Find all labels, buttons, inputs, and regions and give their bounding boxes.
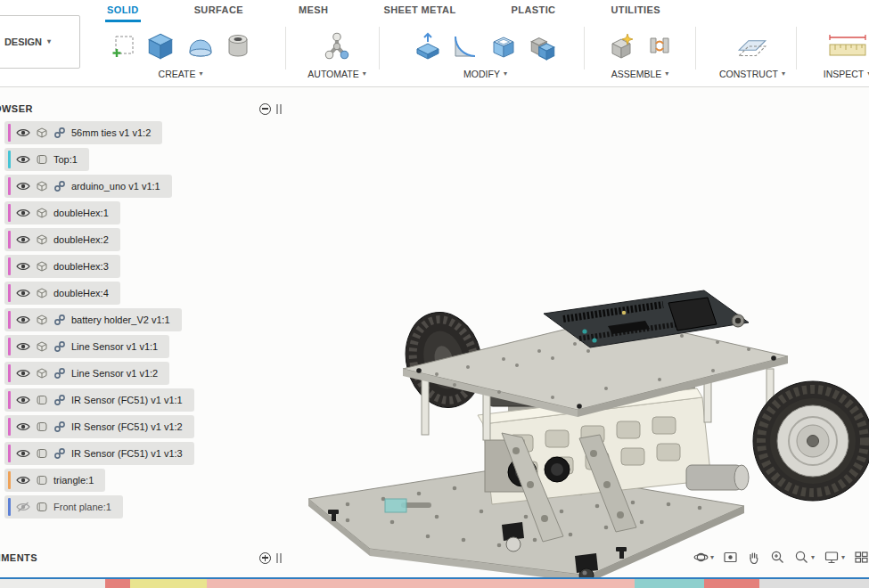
fillet-icon[interactable]	[450, 31, 480, 61]
browser-item[interactable]: triangle:1	[4, 469, 105, 492]
timeline-segment[interactable]	[207, 579, 635, 588]
joint-icon[interactable]	[644, 31, 676, 61]
toolbar-separator	[796, 27, 797, 69]
visibility-eye-icon[interactable]	[16, 154, 30, 165]
measure-icon[interactable]	[828, 32, 867, 61]
browser-item[interactable]: doubleHex:3	[4, 255, 120, 278]
component-color-bar	[8, 177, 11, 195]
construct-menu-button[interactable]: CONSTRUCT▾	[702, 69, 802, 79]
configure-icon[interactable]	[321, 30, 353, 62]
browser-item[interactable]: IR Sensor (FC51) v1 v1:3	[4, 442, 194, 465]
orbit-icon[interactable]: ▾	[693, 550, 714, 565]
modify-menu-button[interactable]: MODIFY▾	[389, 69, 581, 79]
browser-item[interactable]: doubleHex:4	[4, 282, 120, 305]
ribbon-tab[interactable]: PLASTIC	[510, 0, 558, 22]
timeline-strip[interactable]	[0, 577, 869, 588]
pan-icon[interactable]	[747, 551, 761, 565]
timeline-segment[interactable]	[635, 579, 704, 588]
zoom-icon[interactable]	[770, 550, 785, 565]
browser-item[interactable]: IR Sensor (FC51) v1 v1:2	[4, 415, 194, 438]
visibility-eye-icon[interactable]	[16, 127, 30, 138]
visibility-eye-icon[interactable]	[16, 208, 30, 218]
browser-item[interactable]: Front plane:1	[4, 495, 123, 519]
ribbon-tab[interactable]: SURFACE	[193, 0, 245, 22]
timeline-segment[interactable]	[704, 579, 759, 588]
browser-item[interactable]: IR Sensor (FC51) v1 v1:1	[4, 388, 194, 412]
component-color-bar	[8, 311, 11, 329]
link-icon	[53, 340, 66, 353]
press-pull-icon[interactable]	[412, 30, 442, 62]
toolbar-group-inspect: INSPECT▾	[805, 25, 869, 79]
component-color-bar	[8, 364, 11, 382]
combine-icon[interactable]	[527, 30, 559, 62]
visibility-eye-icon[interactable]	[16, 368, 30, 379]
visibility-eye-icon[interactable]	[16, 234, 30, 245]
collapse-browser-icon[interactable]	[259, 103, 271, 115]
toolbar-separator	[695, 27, 696, 69]
design-workspace-dropdown[interactable]: DESIGN ▾	[0, 15, 80, 69]
body-icon	[36, 421, 48, 433]
browser-item[interactable]: Top:1	[4, 148, 89, 171]
ribbon-tab[interactable]: SHEET METAL	[381, 0, 457, 22]
browser-item[interactable]: doubleHex:1	[4, 201, 120, 225]
browser-item[interactable]: battery holder_V2 v1:1	[4, 308, 182, 331]
timeline-segment[interactable]	[0, 579, 105, 588]
visibility-eye-icon[interactable]	[16, 261, 30, 272]
insert-component-icon[interactable]	[605, 30, 635, 62]
automate-menu-button[interactable]: AUTOMATE▾	[297, 69, 377, 79]
visibility-eye-icon[interactable]	[16, 475, 30, 486]
browser-item-label: IR Sensor (FC51) v1 v1:3	[71, 448, 183, 459]
chevron-down-icon: ▾	[199, 70, 202, 78]
comments-title: COMMENTS	[0, 552, 37, 563]
revolve-icon[interactable]	[184, 32, 217, 61]
visibility-eye-icon[interactable]	[16, 288, 30, 298]
visibility-eye-off-icon[interactable]	[16, 502, 30, 512]
construct-plane-icon[interactable]	[735, 31, 769, 61]
timeline-segment[interactable]	[759, 579, 869, 588]
look-at-icon[interactable]	[723, 550, 738, 565]
visibility-eye-icon[interactable]	[16, 341, 30, 352]
browser-item[interactable]: arduino_uno v1 v1:1	[4, 175, 172, 198]
browser-panel-grip[interactable]	[276, 104, 282, 114]
extrude-icon[interactable]	[144, 30, 176, 62]
expand-comments-icon[interactable]	[259, 552, 271, 564]
link-icon	[53, 314, 66, 326]
component-icon	[36, 314, 48, 326]
viewport-layout-icon[interactable]: ▾	[854, 550, 869, 565]
new-component-icon[interactable]	[110, 33, 136, 60]
body-icon	[36, 153, 48, 166]
browser-item-label: doubleHex:3	[53, 261, 109, 272]
design-workspace-label: DESIGN	[4, 37, 42, 47]
timeline-segment[interactable]	[130, 579, 207, 588]
link-icon	[53, 447, 66, 460]
visibility-eye-icon[interactable]	[16, 448, 30, 459]
ribbon-tab[interactable]: UTILITIES	[609, 0, 662, 22]
browser-item[interactable]: Line Sensor v1 v1:1	[4, 335, 169, 358]
visibility-eye-icon[interactable]	[16, 181, 30, 192]
assemble-menu-button[interactable]: ASSEMBLE▾	[591, 69, 689, 79]
zoom-window-icon[interactable]: ▾	[794, 550, 815, 565]
browser-title: BROWSER	[0, 103, 33, 114]
browser-item[interactable]: doubleHex:2	[4, 228, 120, 251]
component-color-bar	[8, 204, 11, 222]
component-color-bar	[8, 471, 11, 489]
ribbon-tab[interactable]: MESH	[297, 0, 330, 22]
visibility-eye-icon[interactable]	[16, 395, 30, 405]
shell-icon[interactable]	[488, 30, 519, 62]
inspect-menu-button[interactable]: INSPECT▾	[805, 69, 869, 79]
visibility-eye-icon[interactable]	[16, 314, 30, 325]
browser-tree: 56mm ties v1 v1:2 Top:1	[0, 119, 194, 520]
comments-panel-grip[interactable]	[276, 553, 282, 563]
browser-item[interactable]: Line Sensor v1 v1:2	[4, 362, 169, 385]
browser-item-label: Line Sensor v1 v1:2	[71, 368, 158, 379]
create-menu-button[interactable]: CREATE▾	[85, 69, 276, 79]
hole-icon[interactable]	[225, 31, 251, 61]
browser-item[interactable]: 56mm ties v1 v1:2	[4, 121, 162, 144]
display-settings-icon[interactable]: ▾	[824, 550, 845, 565]
chevron-down-icon: ▾	[363, 70, 366, 78]
visibility-eye-icon[interactable]	[16, 421, 30, 432]
link-icon	[53, 421, 66, 433]
timeline-segment[interactable]	[105, 579, 130, 588]
chevron-down-icon: ▾	[504, 70, 507, 78]
ribbon-tab[interactable]: SOLID	[105, 0, 141, 22]
